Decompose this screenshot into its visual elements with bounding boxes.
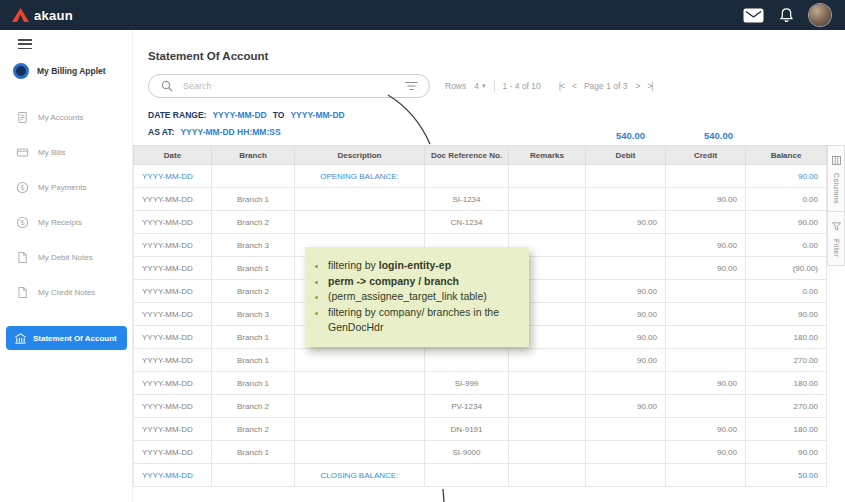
note-list: filtering by login-entity-epperm -> comp… bbox=[311, 258, 517, 334]
cell-branch bbox=[212, 464, 295, 487]
credit-total: 540.00 bbox=[621, 130, 733, 141]
cell-branch: Branch 2 bbox=[212, 395, 295, 418]
cell-doc_ref: SI-999 bbox=[425, 372, 509, 395]
cell-date: YYYY-MM-DD bbox=[134, 464, 212, 487]
cell-credit: 90.00 bbox=[666, 418, 746, 441]
column-header[interactable]: Debit bbox=[586, 146, 666, 165]
cell-debit bbox=[586, 418, 666, 441]
accounts-icon bbox=[16, 111, 29, 124]
first-page-button[interactable]: |< bbox=[559, 81, 564, 91]
cell-credit bbox=[666, 464, 746, 487]
cell-balance: 90.00 bbox=[746, 441, 827, 464]
column-header[interactable]: Date bbox=[134, 146, 212, 165]
column-header[interactable]: Doc Reference No. bbox=[425, 146, 509, 165]
cell-branch: Branch 1 bbox=[212, 441, 295, 464]
applet-logo-icon bbox=[13, 63, 29, 79]
cell-branch: Branch 1 bbox=[212, 326, 295, 349]
cell-remarks bbox=[509, 464, 586, 487]
table-row[interactable]: YYYY-MM-DDBranch 2DN-919190.00180.00 bbox=[134, 418, 827, 441]
cell-date: YYYY-MM-DD bbox=[134, 418, 212, 441]
cell-credit bbox=[666, 211, 746, 234]
side-panel-tab-label: Columns bbox=[833, 173, 840, 204]
search-input[interactable] bbox=[181, 80, 397, 92]
sidebar-item-debit-notes[interactable]: My Debit Notes bbox=[0, 240, 133, 275]
as-at-value: YYYY-MM-DD HH:MM:SS bbox=[180, 127, 280, 137]
cell-date: YYYY-MM-DD bbox=[134, 188, 212, 211]
table-row[interactable]: YYYY-MM-DDOPENING BALANCE:90.00 bbox=[134, 165, 827, 188]
column-header[interactable]: Remarks bbox=[509, 146, 586, 165]
sidebar-item-credit-notes[interactable]: My Credit Notes bbox=[0, 275, 133, 310]
cell-credit bbox=[666, 303, 746, 326]
applet-title: My Billing Applet bbox=[37, 66, 106, 76]
table-row[interactable]: YYYY-MM-DDBranch 1SI-99990.00180.00 bbox=[134, 372, 827, 395]
cell-branch bbox=[212, 165, 295, 188]
column-header[interactable]: Credit bbox=[666, 146, 746, 165]
search-icon bbox=[161, 80, 173, 92]
cell-balance: 0.00 bbox=[746, 280, 827, 303]
brand-triangle-icon bbox=[12, 8, 29, 22]
note-item: filtering by company/ branches in the Ge… bbox=[328, 305, 517, 334]
search-filter-icon[interactable] bbox=[405, 81, 418, 91]
grid-side-panel: ColumnsFilter bbox=[827, 145, 845, 266]
date-range-row: DATE RANGE: YYYY-MM-DD TO YYYY-MM-DD bbox=[148, 110, 345, 120]
column-header[interactable]: Balance bbox=[746, 146, 827, 165]
brand-logo[interactable]: akaun bbox=[12, 8, 73, 23]
cell-balance: 270.00 bbox=[746, 349, 827, 372]
avatar[interactable] bbox=[809, 4, 831, 26]
cell-description: CLOSING BALANCE: bbox=[295, 464, 425, 487]
column-header[interactable]: Description bbox=[295, 146, 425, 165]
cell-balance: 90.00 bbox=[746, 165, 827, 188]
svg-text:$: $ bbox=[21, 184, 25, 191]
side-panel-tab-filter[interactable]: Filter bbox=[827, 212, 845, 266]
mail-icon[interactable] bbox=[743, 8, 764, 23]
cell-remarks bbox=[509, 165, 586, 188]
cell-balance: 180.00 bbox=[746, 418, 827, 441]
note-item: filtering by login-entity-ep bbox=[328, 258, 517, 273]
topbar-actions bbox=[743, 4, 831, 26]
cell-branch: Branch 2 bbox=[212, 211, 295, 234]
cell-branch: Branch 3 bbox=[212, 303, 295, 326]
table-row[interactable]: YYYY-MM-DDBranch 2PV-123490.00270.00 bbox=[134, 395, 827, 418]
credit-notes-icon bbox=[16, 286, 29, 299]
table-row[interactable]: YYYY-MM-DDCLOSING BALANCE:50.00 bbox=[134, 464, 827, 487]
cell-balance: 0.00 bbox=[746, 188, 827, 211]
cell-date: YYYY-MM-DD bbox=[134, 280, 212, 303]
rows-per-page-select[interactable]: 4 ▾ bbox=[474, 81, 485, 91]
next-page-button[interactable]: > bbox=[635, 81, 639, 91]
search-box[interactable] bbox=[148, 74, 430, 98]
sidebar-item-accounts[interactable]: My Accounts bbox=[0, 100, 133, 135]
table-header-row: DateBranchDescriptionDoc Reference No.Re… bbox=[134, 146, 827, 165]
table-row[interactable]: YYYY-MM-DDBranch 1SI-123490.000.00 bbox=[134, 188, 827, 211]
hamburger-menu-icon[interactable] bbox=[18, 39, 32, 52]
cell-debit bbox=[586, 165, 666, 188]
table-row[interactable]: YYYY-MM-DDBranch 190.00270.00 bbox=[134, 349, 827, 372]
cell-credit bbox=[666, 165, 746, 188]
cell-description: OPENING BALANCE: bbox=[295, 165, 425, 188]
sidebar-item-bills[interactable]: My Bills bbox=[0, 135, 133, 170]
cell-credit bbox=[666, 395, 746, 418]
cell-description bbox=[295, 441, 425, 464]
side-panel-tab-columns[interactable]: Columns bbox=[827, 145, 845, 212]
sidebar-item-payments[interactable]: $My Payments bbox=[0, 170, 133, 205]
applet-header[interactable]: My Billing Applet bbox=[13, 63, 106, 79]
cell-doc_ref: CN-1234 bbox=[425, 211, 509, 234]
sidebar-item-label: My Payments bbox=[38, 183, 86, 192]
cell-doc_ref bbox=[425, 464, 509, 487]
date-from-value[interactable]: YYYY-MM-DD bbox=[212, 110, 266, 120]
table-row[interactable]: YYYY-MM-DDBranch 2CN-123490.0090.00 bbox=[134, 211, 827, 234]
cell-remarks bbox=[509, 395, 586, 418]
sidebar-item-statement[interactable]: Statement Of Account bbox=[6, 326, 127, 350]
columns-icon bbox=[832, 151, 841, 169]
as-at-label: AS AT: bbox=[148, 127, 174, 137]
page-title: Statement Of Account bbox=[148, 50, 268, 62]
notifications-bell-icon[interactable] bbox=[779, 7, 794, 23]
table-row[interactable]: YYYY-MM-DDBranch 1SI-900090.0090.00 bbox=[134, 441, 827, 464]
sidebar-item-receipts[interactable]: $My Receipts bbox=[0, 205, 133, 240]
column-header[interactable]: Branch bbox=[212, 146, 295, 165]
cell-balance: 90.00 bbox=[746, 303, 827, 326]
cell-debit: 90.00 bbox=[586, 280, 666, 303]
last-page-button[interactable]: >| bbox=[647, 81, 652, 91]
date-to-value[interactable]: YYYY-MM-DD bbox=[290, 110, 344, 120]
cell-doc_ref: DN-9191 bbox=[425, 418, 509, 441]
prev-page-button[interactable]: < bbox=[572, 81, 576, 91]
